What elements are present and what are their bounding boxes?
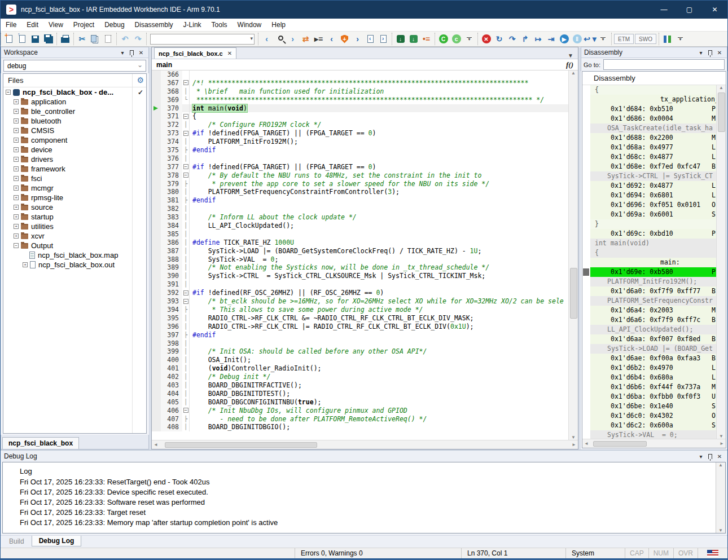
fold-collapse-icon[interactable]: − <box>183 80 188 85</box>
code-line[interactable]: 372│ /* Configure FRO192M clock */ <box>152 121 568 129</box>
code-line[interactable]: 407├ - need to be done after PLATFORM_Re… <box>152 415 568 424</box>
breakpoint-margin[interactable] <box>152 272 161 280</box>
cstat-clear[interactable]: c <box>450 33 463 45</box>
code-line[interactable]: 367−/*! ********************************… <box>152 79 568 87</box>
breakpoint-margin[interactable] <box>152 289 161 297</box>
disassembly-source-row[interactable]: { <box>582 85 716 95</box>
tree-root-project[interactable]: −ncp_fsci_black_box - de...✓ <box>3 87 146 97</box>
disassembly-source-row[interactable]: { <box>582 248 716 258</box>
code-line[interactable]: 374│ PLATFORM_InitFro192M(); <box>152 138 568 146</box>
scroll-up-icon[interactable]: ▲ <box>719 85 723 90</box>
configuration-dropdown[interactable]: debug <box>3 60 146 72</box>
debug-log-close-icon[interactable]: ✕ <box>715 453 724 460</box>
disassembly-vertical-scrollbar[interactable]: ▲ ▼ <box>716 85 726 439</box>
breakpoint-margin[interactable] <box>152 79 161 87</box>
tree-folder-source[interactable]: +source <box>3 202 146 212</box>
breakpoint-margin[interactable] <box>152 323 161 331</box>
tab-build[interactable]: Build <box>2 536 32 547</box>
breakpoint-margin[interactable] <box>152 415 161 424</box>
code-line[interactable]: 383│ /* Inform LL about the clock update… <box>152 213 568 222</box>
scroll-up-icon[interactable]: ▲ <box>718 462 723 468</box>
go[interactable]: ▶ <box>558 33 571 45</box>
break[interactable]: ‖ <box>571 33 584 45</box>
code-line[interactable]: 408│ BOARD_DBGINITDBGIO(); <box>152 423 568 431</box>
disassembly-instruction-row[interactable]: 0x1'd692: 0x4877L <box>582 181 716 191</box>
debug-log-pin-icon[interactable] <box>708 454 712 459</box>
disassembly-source-row[interactable]: int main(void) <box>582 239 716 248</box>
code-line[interactable]: 389│ /* Not enabling the Systicks now, w… <box>152 263 568 272</box>
breakpoint-margin[interactable] <box>152 70 161 79</box>
reset-menu[interactable]: ↩ ▾ <box>584 33 597 45</box>
tree-folder-cmsis[interactable]: +CMSIS <box>3 126 146 135</box>
breakpoint-margin[interactable] <box>152 255 161 264</box>
close-button[interactable]: ✕ <box>702 1 727 19</box>
code-line[interactable]: 402│ /* Debug init */ <box>152 373 568 381</box>
fold-collapse-icon[interactable]: − <box>183 114 188 119</box>
fold-collapse-icon[interactable]: − <box>183 164 188 169</box>
fold-marker[interactable]: − <box>182 289 190 297</box>
expand-icon[interactable]: + <box>14 138 19 143</box>
breakpoint-margin[interactable] <box>152 138 161 146</box>
disassembly-instruction-row[interactable]: 0x1'd68a: 0x4977L <box>582 143 716 152</box>
disassembly-instruction-row[interactable]: 0x1'd68c: 0x4877L <box>582 152 716 162</box>
next-document[interactable] <box>377 33 390 45</box>
menu-disassembly[interactable]: Disassembly <box>130 19 178 30</box>
editor-vertical-scrollbar[interactable]: ▲ ▼ <box>568 70 578 440</box>
expand-icon[interactable]: + <box>14 224 19 229</box>
disassembly-label-row[interactable]: tx_application_ <box>582 95 716 104</box>
next-bookmark[interactable]: › <box>351 33 364 45</box>
code-line[interactable]: 376│ <box>152 155 568 163</box>
expand-icon[interactable]: + <box>14 118 19 124</box>
collapse-icon[interactable]: − <box>14 243 19 248</box>
gear-icon[interactable]: ⚙ <box>137 76 144 85</box>
nav-forward[interactable]: › <box>286 33 299 45</box>
fold-collapse-icon[interactable]: − <box>183 173 188 178</box>
disassembly-instruction-row[interactable]: 0x1'd69a: 0x6001S <box>582 210 716 219</box>
find[interactable] <box>273 33 286 45</box>
tree-folder-component[interactable]: +component <box>3 135 146 145</box>
keyboard-layout[interactable] <box>698 548 727 558</box>
memory-config[interactable] <box>661 33 674 45</box>
expand-icon[interactable]: + <box>14 214 19 219</box>
undo[interactable]: ↶ <box>119 33 131 45</box>
code-line[interactable]: 404│ BOARD_DBGINITDTEST(); <box>152 390 568 398</box>
code-area[interactable]: 366367−/*! *****************************… <box>152 70 568 440</box>
redo[interactable]: ↷ <box>131 33 144 45</box>
expand-icon[interactable]: + <box>14 205 19 210</box>
code-line[interactable]: 406− /* Init NbuDbg IOs, will configure … <box>152 407 568 415</box>
fold-marker[interactable]: − <box>182 163 190 171</box>
trace-overflow[interactable]: ▾ <box>674 33 687 45</box>
code-line[interactable]: 368│ * \brief main function used for ini… <box>152 87 568 96</box>
toolbar-overflow[interactable]: ▾ <box>463 33 476 45</box>
expand-icon[interactable]: + <box>14 186 19 191</box>
code-line[interactable]: 387│ SysTick->LOAD |= (BOARD_GetSystemCo… <box>152 247 568 255</box>
disassembly-instruction-row[interactable]: 0x1'd6b6: 0xf44f 0x737aM <box>582 382 716 392</box>
step-into[interactable]: ↦ <box>532 33 545 45</box>
disassembly-instruction-row[interactable]: 0x1'd6ba: 0xfbb0 0xf0f3U <box>582 392 716 402</box>
tree-folder-output[interactable]: −Output <box>3 241 146 250</box>
expand-icon[interactable]: + <box>14 109 19 114</box>
tab-debug-log[interactable]: Debug Log <box>32 536 82 546</box>
fold-collapse-icon[interactable]: − <box>183 290 188 296</box>
code-line[interactable]: 373−#if !defined(FPGA_TARGET) || (FPGA_T… <box>152 129 568 138</box>
disassembly-instruction-row[interactable]: 0x1'd694: 0x6801L <box>582 191 716 200</box>
breakpoint-margin[interactable] <box>152 373 161 381</box>
editor-hscroll-thumb[interactable] <box>165 442 317 448</box>
breakpoint-margin[interactable] <box>152 398 161 407</box>
goto-input[interactable] <box>603 59 725 70</box>
menu-debug[interactable]: Debug <box>99 19 129 30</box>
breadcrumb[interactable]: main <box>156 61 172 69</box>
code-line[interactable]: 397├#endif <box>152 331 568 339</box>
code-line[interactable]: 370int main(void) <box>152 104 568 113</box>
fold-marker[interactable]: − <box>182 79 190 87</box>
breakpoint-margin[interactable] <box>152 314 161 323</box>
previous-document[interactable] <box>364 33 377 45</box>
tree-folder-startup[interactable]: +startup <box>3 212 146 222</box>
breakpoint-margin[interactable] <box>152 188 161 196</box>
code-line[interactable]: 380│ PLATFORM_SetFrequencyConstraintFrom… <box>152 188 568 196</box>
breakpoint-margin[interactable] <box>152 263 161 272</box>
menu-view[interactable]: View <box>43 19 68 30</box>
menu-window[interactable]: Window <box>233 19 267 30</box>
breakpoint-margin[interactable] <box>152 239 161 247</box>
disassembly-current-row[interactable]: 0x1'd69e: 0xb580P <box>582 267 716 277</box>
